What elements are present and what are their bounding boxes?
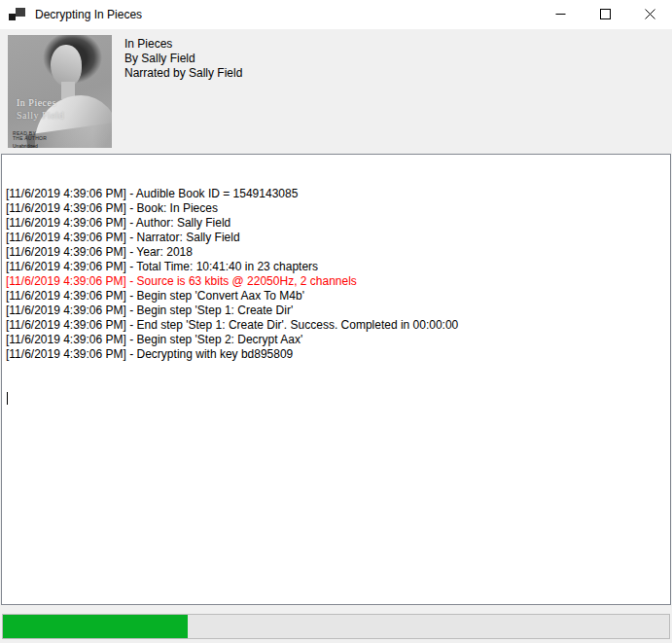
log-line: [11/6/2019 4:39:06 PM] - Total Time: 10:… (6, 260, 666, 274)
client-area: In Pieces Sally Field READ BY THE AUTHOR… (0, 29, 672, 643)
app-icon (9, 7, 25, 22)
book-info: In Pieces By Sally Field Narrated by Sal… (124, 37, 242, 81)
cover-author-text: Sally Field (17, 110, 64, 121)
log-line: [11/6/2019 4:39:06 PM] - End step 'Step … (6, 318, 666, 333)
book-author-line: By Sally Field (124, 52, 242, 66)
book-cover-image: In Pieces Sally Field READ BY THE AUTHOR… (8, 35, 112, 148)
log-lines: [11/6/2019 4:39:06 PM] - Audible Book ID… (6, 187, 666, 362)
minimize-icon (555, 9, 566, 19)
log-line: [11/6/2019 4:39:06 PM] - Audible Book ID… (6, 187, 666, 201)
close-button[interactable] (627, 0, 672, 29)
minimize-button[interactable] (538, 0, 583, 29)
cover-unabridged-label: Unabridged (13, 143, 38, 148)
log-line: [11/6/2019 4:39:06 PM] - Begin step 'Con… (6, 289, 666, 304)
title-bar: Decrypting In Pieces (0, 0, 672, 29)
log-line: [11/6/2019 4:39:06 PM] - Decrypting with… (6, 347, 666, 362)
log-line: [11/6/2019 4:39:06 PM] - Year: 2018 (6, 245, 666, 260)
log-line: [11/6/2019 4:39:06 PM] - Book: In Pieces (6, 201, 666, 216)
app-icon-square-small (9, 14, 16, 20)
app-icon-square-big (16, 8, 25, 17)
log-line: [11/6/2019 4:39:06 PM] - Source is 63 kb… (6, 274, 666, 289)
book-narrator-line: Narrated by Sally Field (124, 66, 242, 81)
maximize-button[interactable] (583, 0, 627, 29)
book-title: In Pieces (124, 37, 242, 52)
log-line: [11/6/2019 4:39:06 PM] - Begin step 'Ste… (6, 304, 666, 318)
cover-title-text: In Pieces (17, 97, 56, 108)
log-output[interactable]: [11/6/2019 4:39:06 PM] - Audible Book ID… (1, 154, 671, 605)
text-caret (7, 392, 8, 405)
log-line: [11/6/2019 4:39:06 PM] - Begin step 'Ste… (6, 333, 666, 347)
cover-portrait-face (51, 45, 82, 87)
cover-fine-print: READ BY THE AUTHOR (13, 131, 47, 141)
close-icon (645, 9, 655, 19)
progress-fill (3, 615, 188, 638)
log-line: [11/6/2019 4:39:06 PM] - Narrator: Sally… (6, 231, 666, 245)
window-controls (538, 0, 672, 29)
log-line: [11/6/2019 4:39:06 PM] - Author: Sally F… (6, 216, 666, 231)
progress-bar (2, 614, 670, 639)
window-title: Decrypting In Pieces (35, 8, 142, 21)
cover-fine-print-line2: THE AUTHOR (13, 136, 47, 141)
maximize-icon (600, 9, 611, 19)
